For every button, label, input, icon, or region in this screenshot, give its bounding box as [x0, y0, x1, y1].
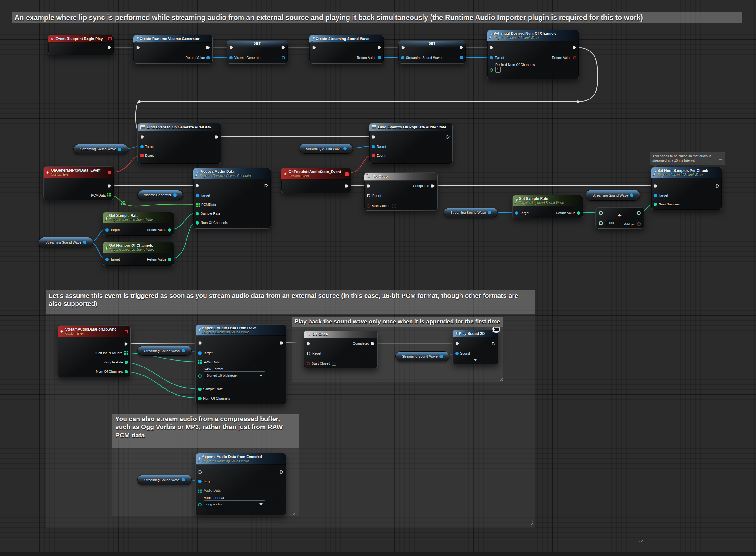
target-pin[interactable]: Target: [105, 257, 120, 262]
return-value-pin[interactable]: Return Value: [147, 257, 171, 262]
divide-value-box[interactable]: 100: [605, 220, 617, 227]
exec-out-pin[interactable]: [492, 341, 496, 346]
return-value-pin[interactable]: Return Value: [147, 228, 171, 232]
node-do-once-2[interactable]: 1→ Do Once Completed Reset Start Closed: [304, 330, 377, 369]
node-event-begin-play[interactable]: ◈ Event Blueprint Begin Play: [48, 35, 114, 56]
streaming-sound-wave-out-pin[interactable]: [460, 56, 463, 60]
exec-in-pin[interactable]: [307, 341, 311, 346]
comment-title-main[interactable]: An example where lip sync is performed w…: [12, 12, 743, 23]
exec-out-pin[interactable]: [280, 341, 284, 345]
raw-format-dropdown[interactable]: Signed 16-bit integer: [204, 372, 265, 380]
num-of-channels-pin[interactable]: Num Of Channels: [196, 220, 227, 225]
exec-out-pin[interactable]: [107, 45, 111, 49]
exec-in-pin[interactable]: [367, 183, 371, 188]
variable-get-streaming-sound-wave[interactable]: Streaming Sound Wave: [137, 346, 192, 356]
exec-out-pin[interactable]: [344, 183, 349, 188]
target-pin[interactable]: Target: [198, 351, 212, 355]
node-create-streaming-sound-wave[interactable]: ƒ Create Streaming Sound Wave Return Val…: [309, 35, 384, 64]
comment-title-assume[interactable]: Let's assume this event is triggered as …: [46, 290, 535, 314]
event-delegate-pin[interactable]: Event: [372, 153, 385, 158]
exec-in-pin[interactable]: [312, 45, 316, 49]
pcm16-out-pin[interactable]: 16bit Int PCMData: [95, 351, 128, 355]
variable-get-streaming-sound-wave[interactable]: Streaming Sound Wave: [586, 190, 640, 201]
node-streamaudiodataforlipsync-event[interactable]: ◈ StreamAudioDataForLipSyncCustom Event …: [58, 325, 131, 377]
divide-input-b-pin[interactable]: [599, 221, 603, 225]
target-pin[interactable]: Target: [196, 193, 210, 198]
output-pin[interactable]: [182, 478, 185, 482]
exec-out-pin[interactable]: [572, 45, 576, 49]
node-onpopulateaudiostate-event[interactable]: ◈ OnPopulateAudioState_EventCustom Event: [281, 168, 351, 193]
output-pin[interactable]: [488, 211, 491, 214]
delegate-pin[interactable]: [108, 171, 111, 174]
exec-out-pin[interactable]: [107, 183, 111, 188]
comment-resize-handle[interactable]: [639, 537, 643, 542]
exec-in-pin[interactable]: [196, 183, 200, 187]
start-closed-pin[interactable]: Start Closed: [367, 204, 396, 208]
exec-in-pin[interactable]: [198, 470, 202, 474]
streaming-sound-wave-in-pin[interactable]: Streaming Sound Wave: [401, 56, 441, 60]
audio-data-pin[interactable]: Audio Data: [198, 488, 220, 492]
event-delegate-pin[interactable]: Event: [140, 153, 154, 158]
output-pin[interactable]: [343, 147, 347, 150]
node-get-sample-rate-2[interactable]: ƒ Get Sample RateTarget is Imported Soun…: [512, 195, 583, 218]
start-closed-pin[interactable]: Start Closed: [307, 361, 336, 366]
target-pin[interactable]: Target: [198, 479, 212, 483]
return-value-pin[interactable]: Return Value: [556, 211, 580, 215]
delegate-pin[interactable]: [108, 37, 111, 40]
exec-in-pin[interactable]: [455, 341, 459, 346]
output-pin[interactable]: [83, 241, 86, 244]
target-pin[interactable]: Target: [654, 193, 668, 198]
delegate-pin[interactable]: [345, 173, 349, 176]
pcmdata-out-pin[interactable]: PCMData: [91, 193, 111, 198]
node-append-audio-data-from-raw[interactable]: ƒ Append Audio Data From RAWTarget is St…: [195, 324, 286, 405]
node-ongeneratepcmdata-event[interactable]: ◈ OnGeneratePCMData_EventCustom Event PC…: [43, 166, 114, 200]
num-of-channels-pin[interactable]: Num Of Channels: [198, 396, 230, 401]
add-pin-button[interactable]: Add pin+: [624, 222, 641, 226]
target-pin[interactable]: Target: [490, 56, 504, 60]
output-pin[interactable]: [630, 194, 633, 197]
raw-format-pin[interactable]: [198, 374, 202, 378]
exec-out-pin[interactable]: [459, 45, 463, 49]
exec-in-pin[interactable]: [654, 183, 658, 188]
target-pin[interactable]: Target: [140, 144, 155, 149]
exec-in-pin[interactable]: [372, 135, 376, 139]
sample-rate-out-pin[interactable]: Sample Rate: [103, 360, 128, 364]
node-get-sample-rate[interactable]: ƒ Get Sample RateTarget is Imported Soun…: [103, 212, 174, 236]
exec-out-pin[interactable]: [264, 183, 268, 187]
audio-format-pin[interactable]: [198, 502, 202, 507]
return-value-pin[interactable]: Return Value: [186, 56, 210, 60]
reset-exec-in-pin[interactable]: Reset: [367, 194, 381, 198]
reset-exec-in-pin[interactable]: Reset: [307, 351, 321, 355]
node-bind-event-on-generate-pcmdata[interactable]: Bind Event to On Generate PCMData Target…: [137, 123, 221, 164]
exec-in-pin[interactable]: [490, 45, 494, 49]
exec-out-pin[interactable]: [124, 342, 128, 346]
comment-title-compressed[interactable]: You can also stream audio from a compres…: [112, 414, 299, 449]
node-play-sound-2d[interactable]: ƒ Play Sound 2D Sound: [453, 329, 498, 364]
output-pin[interactable]: [118, 147, 121, 151]
completed-exec-out-pin[interactable]: Completed: [353, 341, 375, 346]
exec-in-pin[interactable]: [401, 45, 405, 49]
expand-advanced-pins-icon[interactable]: [473, 359, 478, 361]
start-closed-checkbox[interactable]: [392, 204, 396, 208]
node-set-viseme-generator[interactable]: SET Viseme Generator: [227, 40, 288, 64]
variable-get-streaming-sound-wave[interactable]: Streaming Sound Wave: [73, 144, 128, 154]
exec-out-pin[interactable]: [446, 135, 450, 139]
exec-in-pin[interactable]: [136, 45, 140, 49]
viseme-generator-out-pin[interactable]: [282, 56, 285, 60]
divide-input-a-pin[interactable]: [599, 211, 603, 215]
node-set-streaming-sound-wave[interactable]: SET Streaming Sound Wave: [398, 40, 466, 64]
desired-num-of-channels-pin[interactable]: [490, 68, 493, 72]
return-value-pin[interactable]: Return Value: [357, 56, 381, 60]
variable-get-streaming-sound-wave[interactable]: Streaming Sound Wave: [395, 351, 449, 361]
desired-num-of-channels-value[interactable]: 1: [495, 67, 500, 73]
exec-out-pin[interactable]: [377, 45, 381, 49]
variable-get-streaming-sound-wave[interactable]: Streaming Sound Wave: [444, 208, 498, 217]
variable-get-viseme-generator[interactable]: Viseme Generator: [137, 190, 183, 200]
node-divide[interactable]: ÷ 100 Add pin+: [595, 207, 644, 229]
raw-data-pin[interactable]: RAW Data: [198, 360, 220, 364]
blueprint-graph-canvas[interactable]: An example where lip sync is performed w…: [0, 0, 756, 556]
bubble-pin-icon[interactable]: [719, 154, 723, 160]
node-do-once[interactable]: 1→ Do Once Completed Reset Start Closed: [364, 173, 438, 211]
return-value-pin[interactable]: Return Value: [552, 56, 576, 60]
sound-pin[interactable]: Sound: [455, 351, 470, 355]
